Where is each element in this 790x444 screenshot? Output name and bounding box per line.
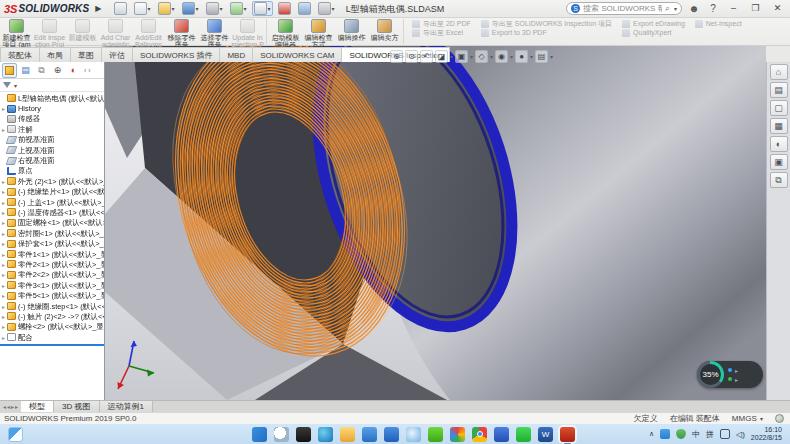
feature-tree-item[interactable]: ▸螺栓<2> (默认<<默认>_显示状态 <box>0 322 104 332</box>
command-tab-mbd[interactable]: MBD <box>219 47 253 62</box>
taskbar-app-color-wheel[interactable] <box>450 427 465 442</box>
command-tab-布局[interactable]: 布局 <box>39 47 71 62</box>
close-button[interactable]: ✕ <box>769 2 786 16</box>
feature-tree-item[interactable]: ▸密封圈<1> (默认<<默认>_显示状 <box>0 228 104 238</box>
configurationmanager-tab[interactable]: ⧉ <box>34 63 49 78</box>
feature-tree-item[interactable]: ▸外壳 (2)<1> (默认<<默认>_显示状 <box>0 176 104 186</box>
taskbar-app-solidworks[interactable] <box>560 427 575 442</box>
dropdown-caret-icon[interactable]: ▾ <box>332 5 335 12</box>
new-document-button[interactable]: ▾ <box>132 1 153 16</box>
save-button[interactable]: ▾ <box>180 1 201 16</box>
tray-caret-icon[interactable]: ∧ <box>649 430 654 438</box>
display-icon[interactable] <box>720 429 730 439</box>
expand-arrow-icon[interactable]: ▸ <box>0 209 7 216</box>
edit-appearance-caret-icon[interactable]: ▾ <box>530 53 533 60</box>
taskbar-app-word[interactable]: W <box>538 427 553 442</box>
feature-tree-root[interactable]: L型轴箱热电偶 (默认<默认_显示状态-1 <box>0 93 104 103</box>
featuremanager-tab[interactable] <box>2 63 17 78</box>
doc-tab-nav[interactable]: ◂◂▸▸ <box>0 401 21 412</box>
ime-mode-indicator[interactable]: 拼 <box>706 429 714 440</box>
security-shield-icon[interactable] <box>676 429 686 439</box>
remove-balloons-button[interactable]: 移除零件序号 <box>165 18 198 48</box>
feature-tree-item[interactable]: ▸保护套<1> (默认<<默认>_显示状 <box>0 238 104 248</box>
status-globe-icon[interactable] <box>775 414 784 423</box>
doc-tab-3D-视图[interactable]: 3D 视图 <box>54 401 99 412</box>
doc-tab-nav-arrow-icon[interactable]: ◂ <box>3 403 6 410</box>
user-account-icon[interactable]: ☻ <box>687 3 701 14</box>
expand-arrow-icon[interactable]: ▸ <box>0 105 7 112</box>
graphics-viewport[interactable] <box>105 46 766 400</box>
taskbar-app-wechat[interactable] <box>516 427 531 442</box>
view-settings-caret-icon[interactable]: ▾ <box>550 53 553 60</box>
doc-tab-nav-arrow-icon[interactable]: ◂ <box>7 403 10 410</box>
home-button[interactable] <box>112 1 129 16</box>
expand-arrow-icon[interactable]: ▸ <box>0 230 7 237</box>
file-explorer-tab[interactable]: ▢ <box>770 100 788 116</box>
badge-row-1[interactable]: ▸ <box>728 367 738 374</box>
expand-arrow-icon[interactable]: ▸ <box>0 271 7 278</box>
feature-tree-item[interactable]: ▸注解 <box>0 124 104 134</box>
taskbar-app-weather[interactable] <box>406 427 421 442</box>
section-view-caret-icon[interactable]: ▾ <box>450 53 453 60</box>
feature-tree-item[interactable]: ▸零件2<1> (默认<<默认>_显示状态 <box>0 259 104 269</box>
panel-splitter[interactable] <box>0 344 104 346</box>
doc-tab-nav-arrow-icon[interactable]: ▸ <box>15 403 18 410</box>
open-button[interactable]: ▾ <box>156 1 177 16</box>
help-icon[interactable]: ? <box>706 3 720 14</box>
expand-arrow-icon[interactable]: ▸ <box>0 323 7 330</box>
taskbar-app-task-view[interactable] <box>296 427 311 442</box>
dropdown-caret-icon[interactable]: ▾ <box>196 5 199 12</box>
propertymanager-tab[interactable]: ▤ <box>18 63 33 78</box>
taskbar-app-phone-link[interactable] <box>494 427 509 442</box>
clock[interactable]: 16:10 2022/8/15 <box>751 426 782 442</box>
command-tab-装配体[interactable]: 装配体 <box>0 47 40 62</box>
feature-tree-item[interactable]: ▸零件3<1> (默认<<默认>_显示状态 <box>0 280 104 290</box>
solidworks-resources-tab[interactable]: ⌂ <box>770 64 788 80</box>
dropdown-caret-icon[interactable]: ▾ <box>244 5 247 12</box>
view-palette-tab[interactable]: ▦ <box>770 118 788 134</box>
feature-tree-item[interactable]: ▸零件1<1> (默认<<默认>_显示状态 <box>0 249 104 259</box>
rebuild-button[interactable] <box>276 1 293 16</box>
file-properties-button[interactable] <box>296 1 313 16</box>
forum-tab[interactable]: ⧉ <box>770 172 788 188</box>
search-input[interactable]: S 搜索 SOLIDWORKS 帮助 ⌕ ▾ <box>566 2 682 15</box>
zoom-to-fit-icon[interactable]: ⊕ <box>390 50 403 63</box>
command-tab-草图[interactable]: 草图 <box>70 47 102 62</box>
custom-properties-tab[interactable]: ▣ <box>770 154 788 170</box>
filter-funnel-icon[interactable] <box>3 82 11 88</box>
feature-tree-item[interactable]: ▸(-) 绝缘垫片<1> (默认<<默认>_显 <box>0 187 104 197</box>
expand-arrow-icon[interactable]: ▸ <box>0 261 7 268</box>
select-balloons-button[interactable]: 选择零件序号 <box>198 18 231 48</box>
display-style-icon[interactable]: ◇ <box>475 50 488 63</box>
feature-tree-item[interactable]: ▸零件5<1> (默认<<默认>_显示状态 <box>0 290 104 300</box>
expand-arrow-icon[interactable]: ▸ <box>0 313 7 320</box>
feature-tree-item[interactable]: 前视基准面 <box>0 135 104 145</box>
feature-tree-item[interactable]: 右视基准面 <box>0 155 104 165</box>
design-library-tab[interactable]: ▤ <box>770 82 788 98</box>
expand-arrow-icon[interactable]: ▸ <box>0 199 7 206</box>
edit-appearance-icon[interactable]: ● <box>515 50 528 63</box>
display-style-caret-icon[interactable]: ▾ <box>490 53 493 60</box>
dropdown-caret-icon[interactable]: ▾ <box>148 5 151 12</box>
command-tab-评估[interactable]: 评估 <box>101 47 133 62</box>
view-orientation-caret-icon[interactable]: ▾ <box>470 53 473 60</box>
edit-inspection-methods-button[interactable]: 编辑检查方式 <box>302 18 335 48</box>
print-button[interactable]: ▾ <box>204 1 225 16</box>
menu-flyout-arrow-icon[interactable]: ▶ <box>95 4 101 13</box>
search-icon[interactable]: ⌕ <box>665 3 670 14</box>
command-tab-solidworks-cam[interactable]: SOLIDWORKS CAM <box>252 47 342 62</box>
doc-tab-nav-arrow-icon[interactable]: ▸ <box>11 403 14 410</box>
expand-arrow-icon[interactable]: ▸ <box>0 251 7 258</box>
restore-button[interactable]: ❐ <box>747 2 764 16</box>
select-button[interactable]: ▾ <box>252 1 273 16</box>
dimxpertmanager-tab[interactable]: ⊕ <box>50 63 65 78</box>
feature-tree-item[interactable]: ▸固定螺栓<1> (默认<<默认>_显示 <box>0 218 104 228</box>
taskbar-app-start[interactable] <box>252 427 267 442</box>
taskbar-app-green-app[interactable] <box>428 427 443 442</box>
doc-tab-运动算例1[interactable]: 运动算例1 <box>100 401 153 412</box>
section-view-icon[interactable]: ◪ <box>435 50 448 63</box>
expand-arrow-icon[interactable]: ▸ <box>0 292 7 299</box>
search-caret-icon[interactable]: ▾ <box>674 5 677 12</box>
tab-overflow-icon[interactable]: ‹ › <box>84 67 91 74</box>
expand-arrow-icon[interactable]: ▸ <box>0 219 7 226</box>
